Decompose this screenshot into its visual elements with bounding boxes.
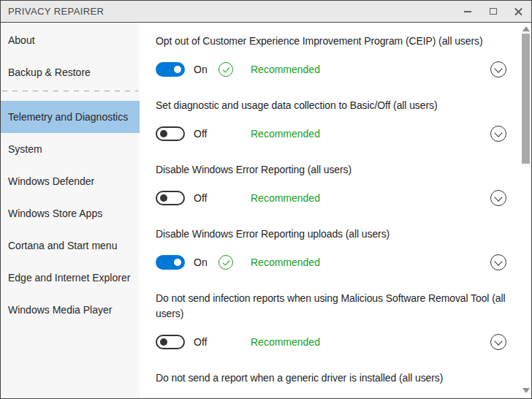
expand-chevron-icon[interactable]: [490, 61, 506, 77]
toggle-switch[interactable]: [156, 62, 185, 77]
setting-title: Disable Windows Error Reporting uploads …: [156, 227, 530, 242]
scroll-up-icon[interactable]: [522, 26, 530, 31]
toggle-knob: [160, 338, 167, 346]
toggle-switch[interactable]: [156, 335, 185, 349]
toggle-knob: [160, 194, 167, 202]
setting-row-error-reporting: Disable Windows Error Reporting (all use…: [156, 162, 530, 206]
toggle-switch[interactable]: [156, 191, 185, 205]
sidebar-item-edge-internet-explorer[interactable]: Edge and Internet Explorer: [1, 262, 140, 294]
minimize-icon: [464, 11, 471, 12]
sidebar-item-label: Cortana and Start menu: [8, 240, 117, 251]
sidebar-item-windows-defender[interactable]: Windows Defender: [1, 165, 140, 197]
sidebar-item-cortana-start-menu[interactable]: Cortana and Start menu: [1, 229, 140, 262]
toggle-state-label: On: [194, 64, 218, 75]
sidebar-item-windows-store-apps[interactable]: Windows Store Apps: [1, 197, 140, 229]
sidebar-item-label: Windows Media Player: [8, 304, 112, 316]
recommended-badge: Recommended: [251, 128, 320, 140]
recommended-check-icon: [218, 255, 233, 270]
recommended-badge: Recommended: [251, 192, 320, 204]
toggle-switch[interactable]: [156, 126, 185, 141]
sidebar-item-about[interactable]: About: [1, 24, 140, 56]
setting-row-ceip: Opt out of Customer Experience Improveme…: [156, 34, 530, 77]
toggle-state-label: Off: [194, 128, 218, 140]
sidebar-item-label: About: [8, 34, 35, 46]
expand-chevron-icon[interactable]: [490, 254, 506, 270]
recommended-badge: Recommended: [251, 336, 320, 348]
sidebar-item-backup-restore[interactable]: Backup & Restore: [1, 56, 140, 88]
expand-chevron-icon[interactable]: [490, 334, 506, 350]
sidebar: About Backup & Restore Telemetry and Dia…: [1, 23, 140, 398]
close-icon: [514, 7, 523, 16]
sidebar-item-label: Windows Store Apps: [8, 208, 102, 219]
sidebar-item-windows-media-player[interactable]: Windows Media Player: [1, 294, 140, 326]
app-title: PRIVACY REPAIRER: [8, 6, 104, 17]
recommended-badge: Recommended: [251, 64, 320, 75]
app-window: PRIVACY REPAIRER About Backup & Restore …: [0, 0, 532, 399]
scrollbar-thumb[interactable]: [522, 34, 530, 164]
setting-row-diagnostic-data: Set diagnostic and usage data collection…: [156, 98, 530, 142]
setting-title: Do not send a report when a generic driv…: [156, 370, 530, 386]
toggle-state-label: Off: [194, 192, 218, 204]
titlebar: PRIVACY REPAIRER: [1, 1, 531, 23]
sidebar-item-label: Windows Defender: [8, 175, 94, 187]
scrollbar: [521, 23, 531, 398]
maximize-button[interactable]: [480, 1, 506, 22]
sidebar-item-label: Backup & Restore: [8, 66, 91, 78]
expand-chevron-icon[interactable]: [490, 190, 506, 206]
setting-title: Opt out of Customer Experience Improveme…: [156, 34, 530, 49]
close-button[interactable]: [506, 1, 531, 22]
setting-row-generic-driver-report: Do not send a report when a generic driv…: [156, 370, 530, 386]
toggle-state-label: On: [194, 256, 218, 268]
maximize-icon: [490, 8, 497, 15]
sidebar-item-telemetry-diagnostics[interactable]: Telemetry and Diagnostics: [1, 101, 140, 133]
toggle-switch[interactable]: [156, 255, 185, 270]
sidebar-item-system[interactable]: System: [1, 133, 140, 165]
sidebar-item-label: System: [8, 143, 42, 155]
setting-title: Set diagnostic and usage data collection…: [156, 98, 530, 113]
toggle-state-label: Off: [194, 336, 218, 348]
minimize-button[interactable]: [455, 1, 480, 22]
setting-title: Do not send infection reports when using…: [156, 291, 530, 322]
sidebar-divider: [2, 91, 138, 91]
sidebar-item-label: Edge and Internet Explorer: [8, 272, 130, 284]
scroll-down-icon[interactable]: [522, 388, 530, 393]
window-controls: [455, 1, 531, 22]
sidebar-item-label: Telemetry and Diagnostics: [8, 111, 128, 123]
setting-row-error-reporting-uploads: Disable Windows Error Reporting uploads …: [156, 227, 530, 270]
recommended-check-icon: [218, 62, 233, 77]
setting-title: Disable Windows Error Reporting (all use…: [156, 162, 530, 178]
toggle-knob: [160, 130, 167, 137]
settings-panel: Opt out of Customer Experience Improveme…: [140, 23, 531, 398]
expand-chevron-icon[interactable]: [490, 126, 506, 142]
toggle-knob: [174, 66, 181, 73]
toggle-knob: [174, 259, 181, 266]
recommended-badge: Recommended: [251, 256, 320, 268]
setting-row-msrt-infection-reports: Do not send infection reports when using…: [156, 291, 530, 350]
